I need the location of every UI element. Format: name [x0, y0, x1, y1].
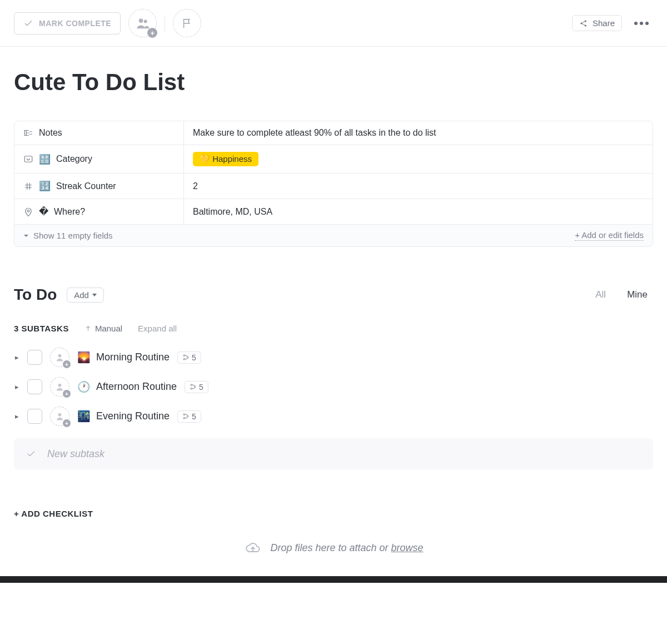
bottom-bar — [0, 576, 667, 583]
svg-point-8 — [58, 354, 62, 358]
new-subtask-input[interactable] — [47, 448, 641, 460]
svg-point-12 — [58, 384, 62, 387]
branch-icon — [190, 383, 197, 390]
field-label-notes[interactable]: Notes — [14, 121, 184, 145]
task-checkbox[interactable] — [27, 379, 42, 394]
attachment-dropzone[interactable]: Drop files here to attach or browse — [14, 532, 653, 563]
flag-icon — [181, 17, 193, 29]
dropzone-text: Drop files here to attach or browse — [270, 542, 423, 554]
expand-caret[interactable]: ▸ — [14, 412, 19, 420]
svg-point-1 — [143, 19, 147, 23]
task-title[interactable]: 🌃 Evening Routine — [77, 410, 170, 423]
arrow-up-icon — [84, 325, 92, 332]
task-row: ▸ + 🕐 Afternoon Routine 5 — [14, 377, 653, 397]
browse-link[interactable]: browse — [391, 542, 424, 553]
page-title[interactable]: Cute To Do List — [14, 69, 653, 96]
section-header: To Do Add All Mine — [14, 286, 653, 304]
subtasks-count: 3 SUBTASKS — [14, 324, 69, 333]
svg-point-2 — [580, 22, 582, 24]
toolbar: MARK COMPLETE + Share — [0, 0, 667, 47]
svg-point-19 — [187, 415, 188, 417]
field-value-category[interactable]: 💛 Happiness — [184, 145, 653, 173]
svg-point-7 — [27, 210, 29, 212]
field-label-streak[interactable]: 🔢 Streak Counter — [14, 174, 184, 199]
check-icon — [23, 18, 33, 28]
location-field-icon — [23, 207, 33, 217]
mark-complete-label: MARK COMPLETE — [39, 19, 111, 28]
task-title[interactable]: 🕐 Afternoon Routine — [77, 380, 177, 393]
share-button[interactable]: Share — [572, 15, 622, 31]
field-row-streak: 🔢 Streak Counter 2 — [14, 174, 653, 199]
svg-point-3 — [585, 20, 586, 22]
field-row-where: � Where? Baltimore, MD, USA — [14, 199, 653, 225]
add-edit-fields-button[interactable]: + Add or edit fields — [575, 230, 644, 241]
task-title[interactable]: 🌄 Morning Routine — [77, 351, 170, 364]
fields-table: Notes Make sure to complete atleast 90% … — [14, 121, 653, 247]
add-checklist-button[interactable]: + ADD CHECKLIST — [14, 509, 653, 518]
section-title: To Do — [14, 286, 57, 304]
branch-icon — [182, 354, 190, 361]
dropdown-field-icon — [23, 154, 33, 164]
subtasks-bar: 3 SUBTASKS Manual Expand all — [14, 320, 653, 336]
people-icon — [135, 16, 151, 31]
svg-point-18 — [183, 417, 185, 419]
share-label: Share — [593, 18, 615, 28]
priority-button[interactable] — [173, 9, 201, 37]
add-badge: + — [63, 360, 71, 368]
assignees-button[interactable]: + — [128, 9, 157, 37]
task-row: ▸ + 🌃 Evening Routine 5 — [14, 407, 653, 426]
field-value-streak[interactable]: 2 — [184, 174, 653, 199]
task-assignee-button[interactable]: + — [50, 348, 69, 367]
svg-rect-5 — [24, 131, 26, 136]
expand-all-button[interactable]: Expand all — [138, 324, 177, 333]
fields-footer: Show 11 empty fields + Add or edit field… — [14, 225, 653, 246]
svg-point-0 — [138, 18, 142, 22]
subtask-count-pill[interactable]: 5 — [185, 381, 208, 393]
task-list: ▸ + 🌄 Morning Routine 5 ▸ + 🕐 — [14, 348, 653, 426]
sort-button[interactable]: Manual — [84, 324, 122, 333]
svg-point-4 — [585, 24, 586, 26]
task-row: ▸ + 🌄 Morning Routine 5 — [14, 348, 653, 367]
svg-point-17 — [183, 414, 185, 415]
task-assignee-button[interactable]: + — [50, 377, 69, 397]
task-checkbox[interactable] — [27, 409, 42, 424]
svg-point-15 — [195, 386, 196, 388]
field-row-notes: Notes Make sure to complete atleast 90% … — [14, 121, 653, 145]
person-icon — [55, 412, 64, 421]
add-assignee-badge: + — [147, 28, 157, 38]
person-icon — [55, 353, 64, 362]
filter-all[interactable]: All — [590, 287, 611, 303]
text-field-icon — [23, 128, 33, 138]
cloud-upload-icon — [243, 540, 262, 556]
filter-mine[interactable]: Mine — [621, 287, 653, 303]
field-label-where[interactable]: � Where? — [14, 199, 184, 224]
field-value-notes[interactable]: Make sure to complete atleast 90% of all… — [184, 121, 653, 145]
svg-point-9 — [183, 355, 185, 356]
check-icon — [26, 449, 37, 460]
add-badge: + — [63, 419, 71, 427]
share-icon — [579, 19, 588, 28]
subtask-count-pill[interactable]: 5 — [177, 410, 201, 423]
svg-point-16 — [58, 413, 62, 417]
caret-down-icon — [92, 294, 97, 296]
task-checkbox[interactable] — [27, 350, 42, 365]
field-row-category: 🔠 Category 💛 Happiness — [14, 145, 653, 174]
mark-complete-button[interactable]: MARK COMPLETE — [14, 12, 121, 34]
svg-point-14 — [191, 388, 192, 389]
svg-point-13 — [191, 384, 192, 386]
subtask-count-pill[interactable]: 5 — [177, 351, 201, 364]
expand-caret[interactable]: ▸ — [14, 353, 19, 361]
svg-point-11 — [187, 356, 188, 358]
more-button[interactable] — [630, 17, 653, 29]
show-empty-fields-button[interactable]: Show 11 empty fields — [23, 231, 113, 240]
person-icon — [55, 382, 64, 392]
new-subtask-row[interactable] — [14, 438, 653, 470]
expand-caret[interactable]: ▸ — [14, 383, 19, 391]
field-value-where[interactable]: Baltimore, MD, USA — [184, 199, 653, 224]
field-label-category[interactable]: 🔠 Category — [14, 145, 184, 173]
task-assignee-button[interactable]: + — [50, 407, 69, 426]
svg-rect-6 — [24, 156, 32, 162]
number-field-icon — [23, 181, 33, 191]
add-subtask-button[interactable]: Add — [67, 288, 104, 303]
branch-icon — [182, 413, 190, 420]
